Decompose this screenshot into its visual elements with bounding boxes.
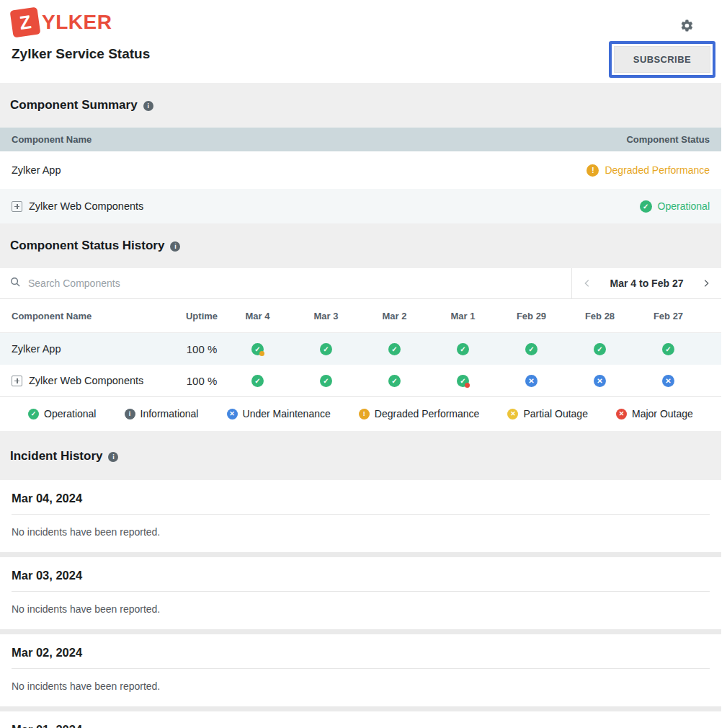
incident-body: No incidents have been reported. xyxy=(12,592,710,615)
day-status-icon: ✓ xyxy=(320,375,332,387)
day-status-icon: ✓ xyxy=(388,375,401,387)
informational-icon: i xyxy=(125,409,135,420)
table-row: Zylker Web Components ✓ Operational xyxy=(0,189,721,223)
table-row: Zylker App ! Degraded Performance xyxy=(0,151,721,189)
status-label: Operational xyxy=(658,200,710,212)
history-col: Feb 29 xyxy=(497,311,566,321)
component-summary-title: Component Summary xyxy=(10,98,138,112)
day-status-icon: ✓ xyxy=(457,343,469,355)
expand-icon[interactable] xyxy=(12,201,22,212)
incident-card: Mar 04, 2024 No incidents have been repo… xyxy=(0,480,721,552)
day-status-icon: ✕ xyxy=(594,375,606,387)
history-col: Mar 4 xyxy=(223,311,292,321)
incident-card: Mar 02, 2024 No incidents have been repo… xyxy=(0,634,721,706)
day-status-icon: ✓ xyxy=(388,343,401,355)
subscribe-button[interactable]: SUBSCRIBE xyxy=(614,46,710,73)
search-input[interactable] xyxy=(28,278,571,289)
major-outage-icon: ✕ xyxy=(616,409,627,420)
incident-card: Mar 03, 2024 No incidents have been repo… xyxy=(0,557,721,629)
legend-label: Operational xyxy=(44,408,96,420)
status-legend: ✓Operational iInformational ✕Under Maint… xyxy=(0,396,721,431)
day-status-icon: ✓ xyxy=(251,343,264,355)
history-col: Feb 27 xyxy=(634,311,703,321)
logo-z-mark: Z xyxy=(10,7,41,38)
component-summary-header: Component Summary i xyxy=(0,83,721,128)
component-name: Zylker App xyxy=(0,343,180,355)
incident-date: Mar 02, 2024 xyxy=(12,646,710,669)
day-status-icon: ✓ xyxy=(457,375,469,387)
status-history-title: Component Status History xyxy=(10,239,164,253)
status-label: Degraded Performance xyxy=(605,164,710,176)
uptime-value: 100 % xyxy=(180,343,223,355)
day-status-icon: ✕ xyxy=(662,375,674,387)
history-table-header: Component Name Uptime Mar 4 Mar 3 Mar 2 … xyxy=(0,299,721,333)
day-status-icon: ✕ xyxy=(525,375,538,387)
component-name: Zylker App xyxy=(12,164,61,176)
legend-item: ✕Under Maintenance xyxy=(227,408,331,420)
incident-date: Mar 04, 2024 xyxy=(12,492,710,515)
zylker-logo: Z YLKER xyxy=(12,9,112,36)
history-col: Mar 2 xyxy=(360,311,429,321)
incident-date: Mar 03, 2024 xyxy=(12,569,710,592)
legend-label: Under Maintenance xyxy=(243,408,331,420)
legend-label: Partial Outage xyxy=(523,408,588,420)
summary-col-name: Component Name xyxy=(12,134,92,145)
legend-item: !Degraded Performance xyxy=(359,408,480,420)
history-col: Uptime xyxy=(180,311,223,321)
table-row: Zylker App 100 % ✓ ✓ ✓ ✓ ✓ ✓ ✓ xyxy=(0,333,721,365)
day-status-icon: ✓ xyxy=(525,343,538,355)
operational-status-icon: ✓ xyxy=(640,200,652,213)
degraded-status-icon: ! xyxy=(586,164,599,177)
date-range-navigator: Mar 4 to Feb 27 xyxy=(571,268,721,298)
info-icon[interactable]: i xyxy=(143,101,153,111)
logo-wordmark: YLKER xyxy=(42,11,112,34)
legend-item: ✓Operational xyxy=(28,408,96,420)
page-header: Z YLKER Zylker Service Status SUBSCRIBE xyxy=(0,0,721,83)
history-col: Mar 1 xyxy=(429,311,497,321)
history-toolbar: Mar 4 to Feb 27 xyxy=(0,268,721,299)
component-name: Zylker Web Components xyxy=(29,375,143,386)
operational-icon: ✓ xyxy=(28,409,39,420)
legend-item: ✕Major Outage xyxy=(616,408,693,420)
day-status-icon: ✓ xyxy=(251,375,264,387)
incident-card: Mar 01, 2024 8jan xyxy=(0,711,721,728)
info-icon[interactable]: i xyxy=(170,241,180,252)
summary-table-header: Component Name Component Status xyxy=(0,128,721,151)
chevron-left-icon[interactable] xyxy=(582,278,592,288)
legend-item: ✕Partial Outage xyxy=(507,408,588,420)
subscribe-focus-ring: SUBSCRIBE xyxy=(609,41,715,78)
gear-icon[interactable] xyxy=(680,19,694,35)
expand-icon[interactable] xyxy=(12,376,22,386)
history-col: Feb 28 xyxy=(566,311,634,321)
incident-date: Mar 01, 2024 xyxy=(12,723,710,728)
day-status-icon: ✓ xyxy=(594,343,606,355)
component-name: Zylker Web Components xyxy=(29,200,143,212)
legend-label: Major Outage xyxy=(632,408,693,420)
incident-history-header: Incident History i xyxy=(0,431,721,480)
incident-body: No incidents have been reported. xyxy=(12,515,710,538)
legend-label: Degraded Performance xyxy=(375,408,480,420)
table-row: Zylker Web Components 100 % ✓ ✓ ✓ ✓ ✕ ✕ … xyxy=(0,365,721,396)
status-page: Z YLKER Zylker Service Status SUBSCRIBE … xyxy=(0,0,721,728)
history-col: Mar 3 xyxy=(292,311,360,321)
day-status-icon: ✓ xyxy=(662,343,674,355)
incident-body: No incidents have been reported. xyxy=(12,669,710,692)
incident-list: Mar 04, 2024 No incidents have been repo… xyxy=(0,480,721,728)
summary-col-status: Component Status xyxy=(626,134,710,145)
uptime-value: 100 % xyxy=(180,375,223,387)
date-range-label: Mar 4 to Feb 27 xyxy=(610,278,684,289)
status-history-header: Component Status History i xyxy=(0,223,721,268)
incident-history-title: Incident History xyxy=(10,449,102,463)
chevron-right-icon[interactable] xyxy=(701,278,711,288)
history-col: Component Name xyxy=(0,311,180,321)
maintenance-icon: ✕ xyxy=(227,409,238,420)
partial-outage-icon: ✕ xyxy=(507,409,518,420)
page-title: Zylker Service Status xyxy=(12,46,711,62)
info-icon[interactable]: i xyxy=(108,452,118,462)
degraded-icon: ! xyxy=(359,409,370,420)
search-icon xyxy=(10,277,21,290)
day-status-icon: ✓ xyxy=(320,343,332,355)
legend-item: iInformational xyxy=(125,408,199,420)
legend-label: Informational xyxy=(141,408,199,420)
